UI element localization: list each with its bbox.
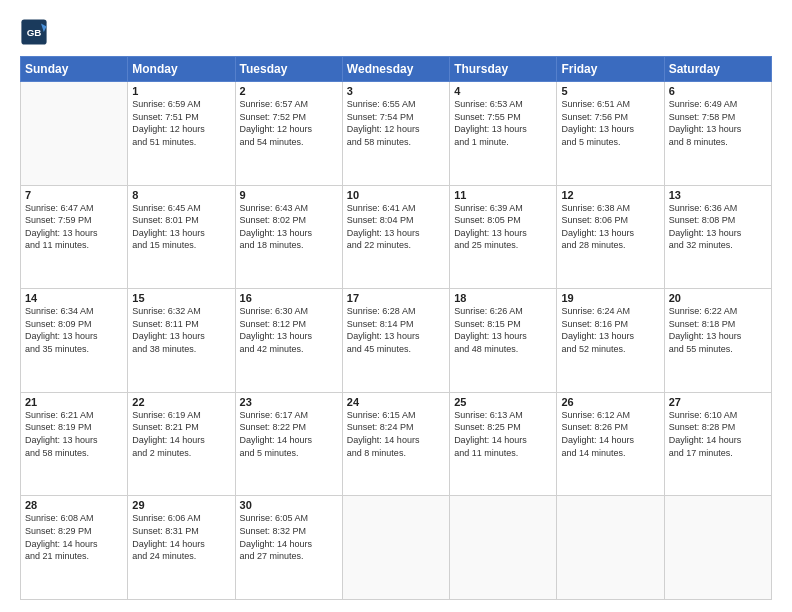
day-number: 20: [669, 292, 767, 304]
calendar-cell: 1Sunrise: 6:59 AM Sunset: 7:51 PM Daylig…: [128, 82, 235, 186]
day-number: 9: [240, 189, 338, 201]
day-info: Sunrise: 6:39 AM Sunset: 8:05 PM Dayligh…: [454, 202, 552, 252]
day-info: Sunrise: 6:10 AM Sunset: 8:28 PM Dayligh…: [669, 409, 767, 459]
calendar-cell: 15Sunrise: 6:32 AM Sunset: 8:11 PM Dayli…: [128, 289, 235, 393]
day-number: 5: [561, 85, 659, 97]
day-number: 19: [561, 292, 659, 304]
logo: GB: [20, 18, 50, 46]
day-info: Sunrise: 6:13 AM Sunset: 8:25 PM Dayligh…: [454, 409, 552, 459]
svg-text:GB: GB: [27, 27, 42, 38]
day-info: Sunrise: 6:06 AM Sunset: 8:31 PM Dayligh…: [132, 512, 230, 562]
day-info: Sunrise: 6:43 AM Sunset: 8:02 PM Dayligh…: [240, 202, 338, 252]
day-info: Sunrise: 6:59 AM Sunset: 7:51 PM Dayligh…: [132, 98, 230, 148]
day-number: 15: [132, 292, 230, 304]
day-number: 7: [25, 189, 123, 201]
weekday-header-sunday: Sunday: [21, 57, 128, 82]
day-info: Sunrise: 6:55 AM Sunset: 7:54 PM Dayligh…: [347, 98, 445, 148]
calendar-cell: 25Sunrise: 6:13 AM Sunset: 8:25 PM Dayli…: [450, 392, 557, 496]
calendar-cell: 12Sunrise: 6:38 AM Sunset: 8:06 PM Dayli…: [557, 185, 664, 289]
day-info: Sunrise: 6:28 AM Sunset: 8:14 PM Dayligh…: [347, 305, 445, 355]
day-info: Sunrise: 6:05 AM Sunset: 8:32 PM Dayligh…: [240, 512, 338, 562]
day-number: 28: [25, 499, 123, 511]
calendar-cell: [557, 496, 664, 600]
calendar-cell: 9Sunrise: 6:43 AM Sunset: 8:02 PM Daylig…: [235, 185, 342, 289]
calendar-cell: [450, 496, 557, 600]
day-number: 24: [347, 396, 445, 408]
calendar-cell: 4Sunrise: 6:53 AM Sunset: 7:55 PM Daylig…: [450, 82, 557, 186]
day-number: 17: [347, 292, 445, 304]
day-info: Sunrise: 6:08 AM Sunset: 8:29 PM Dayligh…: [25, 512, 123, 562]
calendar-cell: 10Sunrise: 6:41 AM Sunset: 8:04 PM Dayli…: [342, 185, 449, 289]
day-number: 26: [561, 396, 659, 408]
calendar-cell: 17Sunrise: 6:28 AM Sunset: 8:14 PM Dayli…: [342, 289, 449, 393]
week-row-1: 1Sunrise: 6:59 AM Sunset: 7:51 PM Daylig…: [21, 82, 772, 186]
day-number: 12: [561, 189, 659, 201]
day-number: 30: [240, 499, 338, 511]
day-number: 1: [132, 85, 230, 97]
header: GB: [20, 18, 772, 46]
day-number: 22: [132, 396, 230, 408]
day-number: 16: [240, 292, 338, 304]
calendar-cell: 23Sunrise: 6:17 AM Sunset: 8:22 PM Dayli…: [235, 392, 342, 496]
calendar-cell: 30Sunrise: 6:05 AM Sunset: 8:32 PM Dayli…: [235, 496, 342, 600]
calendar-cell: 27Sunrise: 6:10 AM Sunset: 8:28 PM Dayli…: [664, 392, 771, 496]
day-number: 2: [240, 85, 338, 97]
day-number: 23: [240, 396, 338, 408]
day-number: 10: [347, 189, 445, 201]
day-info: Sunrise: 6:21 AM Sunset: 8:19 PM Dayligh…: [25, 409, 123, 459]
day-info: Sunrise: 6:49 AM Sunset: 7:58 PM Dayligh…: [669, 98, 767, 148]
weekday-header-saturday: Saturday: [664, 57, 771, 82]
day-info: Sunrise: 6:26 AM Sunset: 8:15 PM Dayligh…: [454, 305, 552, 355]
calendar-table: SundayMondayTuesdayWednesdayThursdayFrid…: [20, 56, 772, 600]
day-number: 14: [25, 292, 123, 304]
weekday-header-wednesday: Wednesday: [342, 57, 449, 82]
day-info: Sunrise: 6:19 AM Sunset: 8:21 PM Dayligh…: [132, 409, 230, 459]
day-number: 18: [454, 292, 552, 304]
day-number: 29: [132, 499, 230, 511]
day-info: Sunrise: 6:45 AM Sunset: 8:01 PM Dayligh…: [132, 202, 230, 252]
calendar-cell: 28Sunrise: 6:08 AM Sunset: 8:29 PM Dayli…: [21, 496, 128, 600]
day-info: Sunrise: 6:36 AM Sunset: 8:08 PM Dayligh…: [669, 202, 767, 252]
calendar-cell: 18Sunrise: 6:26 AM Sunset: 8:15 PM Dayli…: [450, 289, 557, 393]
day-info: Sunrise: 6:12 AM Sunset: 8:26 PM Dayligh…: [561, 409, 659, 459]
day-info: Sunrise: 6:51 AM Sunset: 7:56 PM Dayligh…: [561, 98, 659, 148]
day-info: Sunrise: 6:32 AM Sunset: 8:11 PM Dayligh…: [132, 305, 230, 355]
logo-icon: GB: [20, 18, 48, 46]
calendar-cell: 7Sunrise: 6:47 AM Sunset: 7:59 PM Daylig…: [21, 185, 128, 289]
calendar-cell: 13Sunrise: 6:36 AM Sunset: 8:08 PM Dayli…: [664, 185, 771, 289]
calendar-cell: 24Sunrise: 6:15 AM Sunset: 8:24 PM Dayli…: [342, 392, 449, 496]
day-info: Sunrise: 6:34 AM Sunset: 8:09 PM Dayligh…: [25, 305, 123, 355]
day-info: Sunrise: 6:15 AM Sunset: 8:24 PM Dayligh…: [347, 409, 445, 459]
calendar-cell: [664, 496, 771, 600]
weekday-header-tuesday: Tuesday: [235, 57, 342, 82]
weekday-header-thursday: Thursday: [450, 57, 557, 82]
day-info: Sunrise: 6:24 AM Sunset: 8:16 PM Dayligh…: [561, 305, 659, 355]
day-number: 11: [454, 189, 552, 201]
day-number: 3: [347, 85, 445, 97]
day-number: 25: [454, 396, 552, 408]
page: GB SundayMondayTuesdayWednesdayThursdayF…: [0, 0, 792, 612]
day-number: 8: [132, 189, 230, 201]
week-row-5: 28Sunrise: 6:08 AM Sunset: 8:29 PM Dayli…: [21, 496, 772, 600]
calendar-cell: 16Sunrise: 6:30 AM Sunset: 8:12 PM Dayli…: [235, 289, 342, 393]
calendar-cell: 6Sunrise: 6:49 AM Sunset: 7:58 PM Daylig…: [664, 82, 771, 186]
calendar-cell: 2Sunrise: 6:57 AM Sunset: 7:52 PM Daylig…: [235, 82, 342, 186]
calendar-cell: 3Sunrise: 6:55 AM Sunset: 7:54 PM Daylig…: [342, 82, 449, 186]
calendar-cell: 21Sunrise: 6:21 AM Sunset: 8:19 PM Dayli…: [21, 392, 128, 496]
week-row-2: 7Sunrise: 6:47 AM Sunset: 7:59 PM Daylig…: [21, 185, 772, 289]
day-info: Sunrise: 6:57 AM Sunset: 7:52 PM Dayligh…: [240, 98, 338, 148]
day-info: Sunrise: 6:41 AM Sunset: 8:04 PM Dayligh…: [347, 202, 445, 252]
day-info: Sunrise: 6:53 AM Sunset: 7:55 PM Dayligh…: [454, 98, 552, 148]
week-row-3: 14Sunrise: 6:34 AM Sunset: 8:09 PM Dayli…: [21, 289, 772, 393]
day-number: 6: [669, 85, 767, 97]
calendar-cell: 11Sunrise: 6:39 AM Sunset: 8:05 PM Dayli…: [450, 185, 557, 289]
calendar-cell: [21, 82, 128, 186]
weekday-header-row: SundayMondayTuesdayWednesdayThursdayFrid…: [21, 57, 772, 82]
calendar-cell: 20Sunrise: 6:22 AM Sunset: 8:18 PM Dayli…: [664, 289, 771, 393]
calendar-cell: 8Sunrise: 6:45 AM Sunset: 8:01 PM Daylig…: [128, 185, 235, 289]
day-info: Sunrise: 6:38 AM Sunset: 8:06 PM Dayligh…: [561, 202, 659, 252]
calendar-cell: 22Sunrise: 6:19 AM Sunset: 8:21 PM Dayli…: [128, 392, 235, 496]
weekday-header-friday: Friday: [557, 57, 664, 82]
weekday-header-monday: Monday: [128, 57, 235, 82]
calendar-cell: 19Sunrise: 6:24 AM Sunset: 8:16 PM Dayli…: [557, 289, 664, 393]
